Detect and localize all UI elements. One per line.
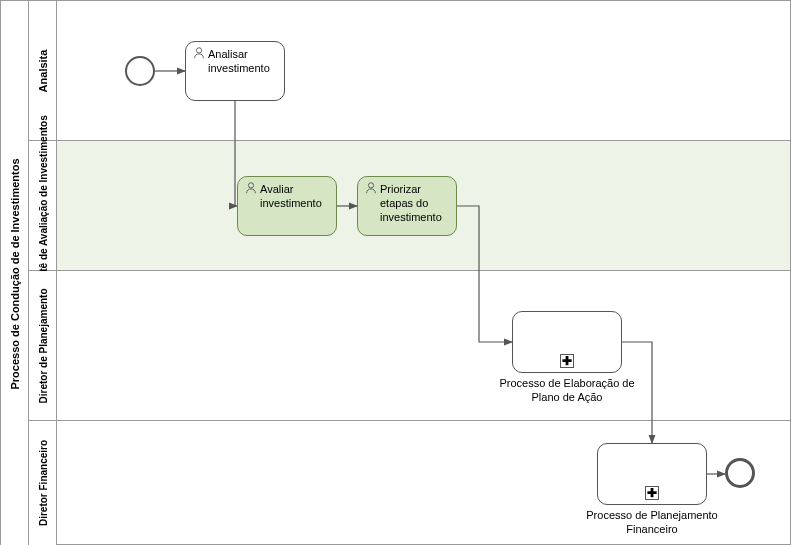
task-priorizar-label: Priorizar etapas do investimento	[380, 183, 450, 224]
user-icon	[244, 181, 258, 195]
task-avaliar: Avaliar investimento	[237, 176, 337, 236]
lane-label-diretor-planejamento: Diretor de Planejamento	[29, 271, 57, 420]
lane-diretor-financeiro: Diretor Financeiro ✚ Processo de Planeja…	[29, 421, 790, 545]
task-priorizar: Priorizar etapas do investimento	[357, 176, 457, 236]
lane-label-diretor-financeiro: Diretor Financeiro	[29, 421, 57, 545]
svg-point-2	[368, 183, 373, 188]
subprocess-planejamento-financeiro: ✚	[597, 443, 707, 505]
user-icon	[364, 181, 378, 195]
lanes-container: Analsita Analisar investimento Comitê de…	[29, 1, 790, 544]
lane-title-diretor-planejamento: Diretor de Planejamento	[37, 288, 48, 403]
expand-icon: ✚	[645, 486, 659, 500]
lane-body-diretor-financeiro: ✚ Processo de Planejamento Financeiro	[57, 421, 790, 545]
svg-point-0	[196, 48, 201, 53]
lane-title-diretor-financeiro: Diretor Financeiro	[37, 440, 48, 526]
lane-comite: Comitê de Avaliação de Investimentos Ava…	[29, 141, 790, 271]
lane-body-diretor-planejamento: ✚ Processo de Elaboração de Plano de Açã…	[57, 271, 790, 420]
subprocess-plano-acao: ✚	[512, 311, 622, 373]
expand-icon: ✚	[560, 354, 574, 368]
lane-body-comite: Avaliar investimento Priorizar etapas do…	[57, 141, 790, 270]
lane-diretor-planejamento: Diretor de Planejamento ✚ Processo de El…	[29, 271, 790, 421]
end-event	[725, 458, 755, 488]
pool-title: Processo de Condução de de Investimentos	[9, 158, 21, 389]
lane-label-comite: Comitê de Avaliação de Investimentos	[29, 141, 57, 270]
start-event	[125, 56, 155, 86]
task-avaliar-label: Avaliar investimento	[260, 183, 330, 211]
user-icon	[192, 46, 206, 60]
subprocess-planejamento-financeiro-label: Processo de Planejamento Financeiro	[572, 509, 732, 537]
bpmn-diagram: Processo de Condução de de Investimentos…	[0, 0, 791, 545]
lane-title-comite: Comitê de Avaliação de Investimentos	[37, 115, 48, 297]
lane-body-analista: Analisar investimento	[57, 1, 790, 140]
lane-title-analista: Analsita	[37, 49, 49, 92]
task-analisar-label: Analisar investimento	[208, 48, 278, 76]
pool-label: Processo de Condução de de Investimentos	[1, 1, 29, 545]
subprocess-plano-acao-label: Processo de Elaboração de Plano de Ação	[487, 377, 647, 405]
lane-analista: Analsita Analisar investimento	[29, 1, 790, 141]
task-analisar: Analisar investimento	[185, 41, 285, 101]
svg-point-1	[248, 183, 253, 188]
